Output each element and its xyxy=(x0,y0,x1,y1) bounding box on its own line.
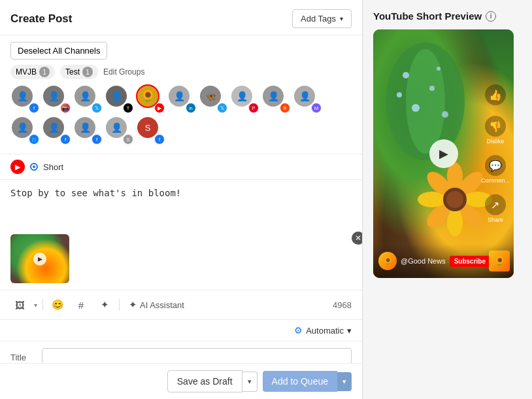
special-icon[interactable]: ✦ xyxy=(95,296,114,314)
svg-point-2 xyxy=(403,72,409,78)
add-queue-chevron-icon: ▾ xyxy=(342,377,346,385)
avatar-channel-1[interactable]: 👤 f xyxy=(10,84,39,113)
preview-image: ▶ 👍 👎 Dislike 💬 Commen... ↗ Share xyxy=(373,29,514,278)
media-preview-area: ▶ ✕ xyxy=(0,234,362,290)
comment-icon[interactable]: 💬 Commen... xyxy=(481,155,510,184)
channel-groups: MVJB 1 Test 1 Edit Groups xyxy=(10,65,352,79)
avatar-channel-11[interactable]: 👤 □ xyxy=(10,116,39,145)
avatar-channel-3[interactable]: 👤 𝕏 xyxy=(73,84,102,113)
group-tag-test[interactable]: Test 1 xyxy=(60,65,98,79)
deselect-all-button[interactable]: Deselect All Channels xyxy=(10,42,107,60)
toolbar-separator-2 xyxy=(119,299,120,311)
like-icon[interactable]: 👍 xyxy=(485,84,506,105)
youtube-tab-icon: ▶ xyxy=(10,160,25,174)
play-button-overlay[interactable]: ▶ xyxy=(429,139,458,168)
title-label: Title xyxy=(10,353,34,362)
char-count: 4968 xyxy=(333,300,352,310)
header: Create Post Add Tags ▾ xyxy=(0,0,362,35)
share-icon[interactable]: ↗ Share xyxy=(485,194,506,223)
youtube-short-preview: ▶ 👍 👎 Dislike 💬 Commen... ↗ Share xyxy=(373,29,514,278)
add-tags-button[interactable]: Add Tags ▾ xyxy=(292,9,352,28)
hashtag-icon[interactable]: # xyxy=(72,296,90,314)
media-play-icon: ▶ xyxy=(33,252,46,266)
add-to-queue-button[interactable]: Add to Queue xyxy=(263,371,337,392)
avatar-channel-13[interactable]: 👤 f xyxy=(73,116,102,145)
avatar-channel-10[interactable]: 👤 M xyxy=(293,84,322,113)
youtube-bottom-bar: 🌻 @Good News Subscribe 🌻 xyxy=(373,244,514,278)
avatar-channel-8[interactable]: 👤 P xyxy=(230,84,259,113)
right-panel: YouTube Short Preview i xyxy=(363,0,532,399)
gear-icon: ⚙ xyxy=(294,325,303,336)
info-icon[interactable]: i xyxy=(486,11,496,22)
svg-point-17 xyxy=(446,191,463,208)
svg-point-5 xyxy=(437,67,441,71)
channel-name: @Good News xyxy=(401,257,446,265)
bottom-action-row: Save as Draft ▾ Add to Queue ▾ xyxy=(0,363,362,399)
preview-title-text: YouTube Short Preview xyxy=(373,10,482,22)
avatar-row-1: 👤 f 👤 📷 👤 𝕏 👤 T 🌻 ▶ 👤 in xyxy=(10,84,352,113)
dislike-icon[interactable]: 👎 Dislike xyxy=(485,116,506,145)
image-chevron-icon[interactable]: ▾ xyxy=(34,302,37,309)
toolbar: 🖼 ▾ 😊 # ✦ ✦ AI Assistant 4968 xyxy=(0,290,362,320)
avatar-channel-4[interactable]: 👤 T xyxy=(105,84,133,113)
preview-title-row: YouTube Short Preview i xyxy=(373,10,522,22)
svg-point-7 xyxy=(442,111,448,118)
scheduling-chevron-icon: ▾ xyxy=(347,326,352,336)
youtube-side-icons: 👍 👎 Dislike 💬 Commen... ↗ Share xyxy=(481,84,510,223)
media-thumb: ▶ xyxy=(10,234,69,283)
channel-corner-thumb: 🌻 xyxy=(489,251,510,271)
ai-assistant-button[interactable]: ✦ AI Assistant xyxy=(125,296,188,314)
scheduling-row: ⚙ Automatic ▾ xyxy=(0,320,362,341)
svg-point-1 xyxy=(406,49,445,154)
avatar-channel-9[interactable]: 👤 R xyxy=(261,84,290,113)
text-area-wrap: Stop by to see what's in bloom! xyxy=(0,180,362,234)
title-input[interactable] xyxy=(42,348,352,363)
subscribe-button[interactable]: Subscribe xyxy=(450,256,490,267)
emoji-icon[interactable]: 😊 xyxy=(48,296,67,314)
channels-section: Deselect All Channels MVJB 1 Test 1 Edit… xyxy=(0,35,362,154)
channel-avatar: 🌻 xyxy=(378,252,397,270)
add-to-queue-dropdown-button[interactable]: ▾ xyxy=(337,372,352,391)
avatar-channel-12[interactable]: 👤 f xyxy=(42,116,71,145)
post-tab: ▶ Short xyxy=(0,154,362,180)
tab-label: Short xyxy=(43,162,63,172)
post-composition: ▶ Short Stop by to see what's in bloom! … xyxy=(0,154,362,363)
save-draft-dropdown-button[interactable]: ▾ xyxy=(242,372,258,392)
page-title: Create Post xyxy=(10,12,72,26)
automatic-button[interactable]: ⚙ Automatic ▾ xyxy=(294,325,352,336)
avatar-channel-15[interactable]: S f xyxy=(136,116,165,145)
avatar-channel-7[interactable]: 🦋 𝕏 xyxy=(199,84,227,113)
avatar-channel-14[interactable]: 👤 S xyxy=(105,116,133,145)
media-remove-button[interactable]: ✕ xyxy=(352,232,362,245)
ai-wand-icon: ✦ xyxy=(129,299,137,311)
svg-point-4 xyxy=(412,104,420,112)
avatar-row-2: 👤 □ 👤 f 👤 f 👤 S S f xyxy=(10,116,352,145)
svg-point-3 xyxy=(429,86,435,91)
left-panel: Create Post Add Tags ▾ Deselect All Chan… xyxy=(0,0,363,399)
save-draft-button[interactable]: Save as Draft xyxy=(167,370,242,392)
avatar-channel-youtube[interactable]: 🌻 ▶ xyxy=(136,84,165,113)
svg-point-6 xyxy=(397,92,402,97)
edit-groups-link[interactable]: Edit Groups xyxy=(103,67,144,77)
image-upload-icon[interactable]: 🖼 xyxy=(10,296,29,314)
save-draft-chevron-icon: ▾ xyxy=(248,377,252,385)
group-tag-mvjb[interactable]: MVJB 1 xyxy=(10,65,55,79)
leaf-image xyxy=(380,36,471,167)
chevron-down-icon: ▾ xyxy=(340,15,343,22)
avatar-channel-6[interactable]: 👤 in xyxy=(167,84,196,113)
tab-radio[interactable] xyxy=(30,163,38,171)
avatar-channel-2[interactable]: 👤 📷 xyxy=(42,84,71,113)
save-draft-wrap: Save as Draft ▾ xyxy=(167,370,258,392)
title-row: Title xyxy=(0,341,362,363)
toolbar-separator-1 xyxy=(42,299,43,311)
post-textarea[interactable]: Stop by to see what's in bloom! xyxy=(10,186,352,226)
add-queue-wrap: Add to Queue ▾ xyxy=(263,371,352,392)
